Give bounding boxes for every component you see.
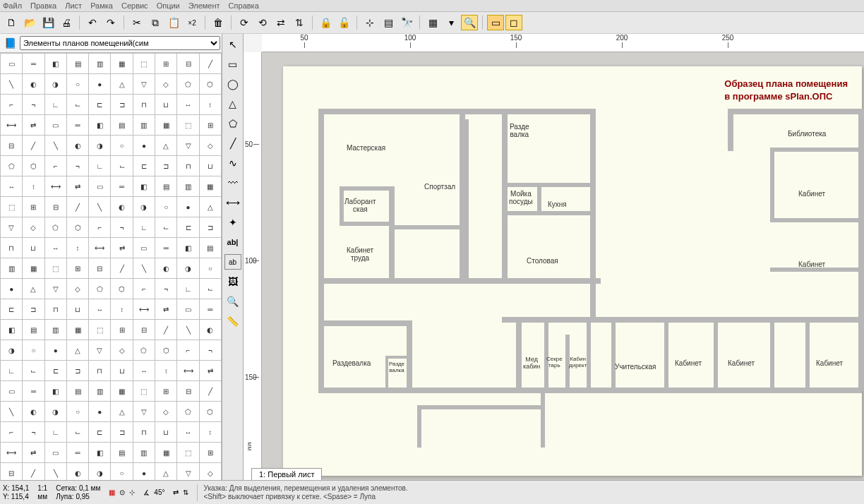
symbol-item[interactable]: ⇄ [23,443,44,462]
undo-icon[interactable]: ↶ [84,15,101,30]
symbol-item[interactable]: ⊓ [89,361,110,380]
symbol-item[interactable]: ⊐ [23,299,44,319]
symbol-item[interactable]: ⇄ [200,361,221,380]
symbol-item[interactable]: ▥ [177,176,198,196]
symbol-item[interactable]: ⬚ [177,443,198,462]
symbol-item[interactable]: ⊟ [177,54,198,73]
symbol-item[interactable]: ● [45,340,66,360]
symbol-item[interactable]: ⟷ [1,115,22,135]
print-icon[interactable]: 🖨 [58,15,75,30]
symbol-item[interactable]: ∟ [45,422,66,442]
symbol-item[interactable]: ● [1,279,22,299]
symbol-item[interactable]: ⬡ [200,402,221,421]
rotate-left-icon[interactable]: ⟲ [254,15,271,30]
text-icon[interactable]: ab| [224,234,241,250]
symbol-item[interactable]: ↔ [89,299,110,319]
symbol-item[interactable]: ⊏ [89,422,110,442]
symbol-item[interactable]: ↕ [111,299,132,319]
symbol-item[interactable]: ⌙ [155,217,176,237]
symbol-item[interactable]: ● [89,402,110,421]
symbol-item[interactable]: ╲ [45,463,66,480]
symbol-item[interactable]: ⊔ [67,299,88,319]
symbol-item[interactable]: ═ [67,443,88,462]
lock-icon[interactable]: 🔒 [317,15,334,30]
symbol-item[interactable]: ⊏ [45,361,66,380]
symbol-item[interactable]: ∟ [45,95,66,114]
symbol-item[interactable]: ⊔ [155,422,176,442]
menu-help[interactable]: Справка [229,1,259,10]
symbol-item[interactable]: ╱ [155,320,176,340]
symbol-item[interactable]: ▽ [177,463,198,480]
menu-file[interactable]: Файл [3,1,22,10]
symbol-item[interactable]: ⌐ [1,422,22,442]
symbol-item[interactable]: △ [111,74,132,94]
symbol-item[interactable]: ▦ [67,320,88,340]
symbol-item[interactable]: △ [155,136,176,155]
menu-edit[interactable]: Правка [30,1,56,10]
symbol-item[interactable]: ⬡ [23,156,44,176]
ellipse-icon[interactable]: ◯ [224,76,241,92]
symbol-item[interactable]: ⇄ [111,238,132,258]
symbol-item[interactable]: ⊓ [45,299,66,319]
symbol-item[interactable]: ▦ [111,381,132,401]
menu-options[interactable]: Опции [157,1,180,10]
symbol-item[interactable]: ▽ [45,279,66,299]
symbol-item[interactable]: △ [200,197,221,217]
symbol-item[interactable]: ◧ [89,443,110,462]
symbol-item[interactable]: ↕ [67,238,88,258]
symbol-item[interactable]: ↕ [200,422,221,442]
grid-dropdown-icon[interactable]: ▾ [443,15,460,30]
symbol-item[interactable]: ▽ [89,340,110,360]
bezier-icon[interactable]: 〰 [224,175,241,191]
symbol-item[interactable]: ▤ [23,320,44,340]
pointer-icon[interactable]: ↖ [224,37,241,52]
symbol-item[interactable]: ◐ [23,402,44,421]
symbol-item[interactable]: ○ [111,463,132,480]
symbol-item[interactable]: ↔ [177,422,198,442]
symbol-item[interactable]: △ [67,340,88,360]
symbol-item[interactable]: ⊐ [155,156,176,176]
symbol-item[interactable]: ▥ [45,320,66,340]
symbol-item[interactable]: ═ [67,115,88,135]
symbol-item[interactable]: ○ [67,74,88,94]
drawing-canvas[interactable]: Образец плана помещения в программе sPla… [262,52,864,480]
symbol-item[interactable]: ○ [200,258,221,278]
symbol-item[interactable]: ¬ [111,217,132,237]
symbol-item[interactable]: ⊞ [23,197,44,217]
symbol-item[interactable]: ╱ [67,197,88,217]
symbol-item[interactable]: ╲ [1,74,22,94]
symbol-item[interactable]: ⌙ [111,156,132,176]
symbol-item[interactable]: ⊔ [200,156,221,176]
symbol-item[interactable]: ⊏ [177,217,198,237]
symbol-item[interactable]: ⌐ [89,217,110,237]
menu-frame[interactable]: Рамка [90,1,113,10]
textbox-icon[interactable]: ab [224,254,241,270]
symbol-item[interactable]: ═ [200,299,221,319]
symbol-item[interactable]: ∟ [89,156,110,176]
symbol-item[interactable]: ● [89,74,110,94]
symbol-item[interactable]: ⊟ [177,381,198,401]
symbol-item[interactable]: ▤ [111,443,132,462]
polygon-icon[interactable]: ⬠ [224,116,241,131]
symbol-item[interactable]: ═ [23,381,44,401]
symbol-item[interactable]: ⌙ [67,95,88,114]
symbol-item[interactable]: ▦ [155,443,176,462]
symbol-item[interactable]: ⊐ [111,95,132,114]
symbol-item[interactable]: ╱ [111,258,132,278]
symbol-item[interactable]: ⬚ [177,115,198,135]
symbol-item[interactable]: ⬡ [155,340,176,360]
symbol-item[interactable]: ▥ [133,115,155,135]
symbol-item[interactable]: ⟷ [1,443,22,462]
symbol-item[interactable]: ⬡ [67,217,88,237]
menu-service[interactable]: Сервис [121,1,148,10]
symbol-item[interactable]: ⌙ [67,422,88,442]
symbol-item[interactable]: ╲ [45,136,66,155]
symbol-item[interactable]: ◐ [67,136,88,155]
symbol-item[interactable]: ○ [23,340,44,360]
sheet-tab[interactable]: 1: Первый лист [251,468,322,480]
snap-status-icon[interactable]: ⊙ [119,488,125,497]
refresh-icon[interactable]: ⟳ [236,15,253,30]
symbol-item[interactable]: ⇄ [155,299,176,319]
symbol-item[interactable]: ⊔ [155,95,176,114]
mirror-h-icon[interactable]: ⇄ [272,15,289,30]
